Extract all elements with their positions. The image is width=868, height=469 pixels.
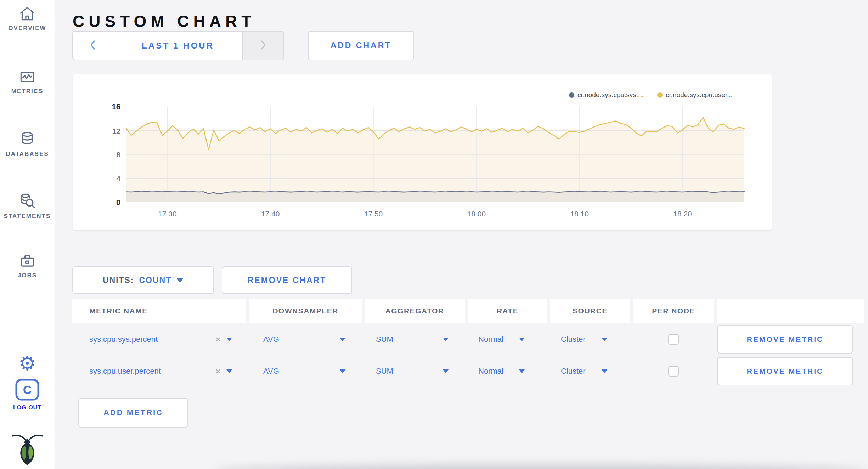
logout-button[interactable]: C LOG OUT [0, 378, 55, 411]
table-row-1-aggregator-select[interactable]: SUM [365, 323, 465, 355]
custom-chart-page: OVERVIEW METRICS DATABASES [0, 0, 868, 469]
sidebar-item-label: STATEMENTS [0, 213, 55, 220]
sidebar-item-overview[interactable]: OVERVIEW [0, 5, 55, 32]
time-range-value[interactable]: LAST 1 HOUR [113, 32, 242, 60]
settings-button[interactable]: ⚙ [0, 354, 55, 373]
cockroach-bug-logo[interactable] [0, 433, 55, 468]
dropdown-caret-icon [443, 369, 449, 373]
home-icon [18, 18, 36, 24]
table-row-2-rate-select[interactable]: Normal [468, 355, 547, 387]
dropdown-caret-icon [226, 338, 232, 341]
svg-text:17:40: 17:40 [261, 210, 280, 218]
dropdown-caret-icon [226, 369, 232, 373]
jobs-icon [18, 265, 36, 271]
column-header-rate: RATE [468, 299, 547, 323]
table-row-1-source-select[interactable]: Cluster [550, 323, 630, 355]
dropdown-caret-icon [602, 369, 607, 373]
sidebar-item-statements[interactable]: STATEMENTS [0, 192, 55, 220]
dropdown-caret-icon [340, 338, 345, 341]
svg-text:18:20: 18:20 [673, 210, 692, 218]
sidebar-item-jobs[interactable]: JOBS [0, 252, 55, 279]
units-label: UNITS: [103, 276, 134, 285]
statements-icon [18, 206, 36, 212]
svg-text:18:10: 18:10 [570, 210, 589, 218]
table-row-1-actions: REMOVE METRIC [717, 323, 864, 355]
sidebar-item-databases[interactable]: DATABASES [0, 130, 55, 158]
sidebar-item-label: DATABASES [0, 151, 55, 158]
rate-value: Normal [478, 335, 503, 344]
per-node-checkbox[interactable] [668, 366, 679, 377]
time-range-next-button[interactable] [242, 32, 283, 60]
source-value: Cluster [561, 367, 586, 376]
cockroach-c-logo-icon: C [15, 396, 40, 402]
chevron-right-icon [259, 39, 267, 52]
svg-text:C: C [23, 383, 32, 396]
database-icon [18, 143, 36, 149]
sidebar-item-metrics[interactable]: METRICS [0, 68, 55, 95]
metrics-icon [18, 81, 36, 87]
time-range-prev-button[interactable] [73, 32, 113, 60]
sidebar-item-label: OVERVIEW [0, 25, 55, 32]
units-value: COUNT [139, 276, 171, 285]
metrics-table: METRIC NAME DOWNSAMPLER AGGREGATOR RATE … [72, 299, 864, 387]
add-metric-button[interactable]: ADD METRIC [78, 398, 188, 428]
column-header-per-node: PER NODE [633, 299, 714, 323]
table-row-1-per-node-cell [633, 323, 714, 355]
svg-text:17:30: 17:30 [158, 210, 177, 218]
page-title: CUSTOM CHART [73, 12, 255, 31]
logout-label: LOG OUT [0, 405, 55, 411]
column-header-source: SOURCE [550, 299, 630, 323]
downsampler-value: AVG [263, 335, 279, 344]
table-row-2-aggregator-select[interactable]: SUM [365, 355, 465, 387]
clear-metric-icon[interactable]: × [215, 367, 221, 376]
aggregator-value: SUM [376, 335, 393, 344]
chevron-left-icon [89, 39, 97, 52]
clear-metric-icon[interactable]: × [215, 335, 221, 344]
dropdown-caret-icon [176, 278, 184, 283]
chart-card: cr.node.sys.cpu.sys.... cr.node.sys.cpu.… [73, 74, 772, 231]
dropdown-caret-icon [340, 369, 345, 373]
table-row-2-actions: REMOVE METRIC [717, 355, 864, 387]
dropdown-caret-icon [519, 369, 525, 373]
remove-metric-button[interactable]: REMOVE METRIC [717, 325, 853, 354]
svg-text:12: 12 [112, 127, 120, 135]
svg-text:18:00: 18:00 [467, 210, 486, 218]
column-header-downsampler: DOWNSAMPLER [249, 299, 362, 323]
time-range-selector: LAST 1 HOUR [72, 31, 284, 60]
svg-text:4: 4 [116, 175, 120, 183]
metric-name-value: sys.cpu.sys.percent [89, 335, 158, 344]
sidebar-item-label: METRICS [0, 88, 55, 95]
column-header-aggregator: AGGREGATOR [365, 299, 465, 323]
table-row-2-metric-select[interactable]: sys.cpu.user.percent × [72, 355, 246, 387]
sidebar-item-label: JOBS [0, 272, 55, 279]
dropdown-caret-icon [519, 338, 525, 341]
svg-text:8: 8 [116, 151, 120, 159]
downsampler-value: AVG [263, 367, 279, 376]
column-header-metric-name: METRIC NAME [72, 299, 246, 323]
table-row-2-downsampler-select[interactable]: AVG [249, 355, 362, 387]
timeseries-chart: 048121617:3017:4017:5018:0018:1018:20 [73, 74, 772, 230]
column-header-actions [717, 299, 864, 323]
per-node-checkbox[interactable] [668, 334, 679, 345]
table-row-1-rate-select[interactable]: Normal [468, 323, 547, 355]
dropdown-caret-icon [602, 338, 607, 341]
sidebar: OVERVIEW METRICS DATABASES [0, 0, 55, 469]
table-row-1-downsampler-select[interactable]: AVG [249, 323, 362, 355]
svg-text:17:50: 17:50 [364, 210, 383, 218]
svg-text:0: 0 [116, 198, 120, 207]
table-row-2-source-select[interactable]: Cluster [550, 355, 630, 387]
add-chart-button[interactable]: ADD CHART [308, 31, 414, 60]
aggregator-value: SUM [376, 367, 393, 376]
rate-value: Normal [478, 367, 503, 376]
units-dropdown[interactable]: UNITS: COUNT [72, 266, 214, 294]
table-row-1-metric-select[interactable]: sys.cpu.sys.percent × [72, 323, 246, 355]
dropdown-caret-icon [443, 338, 449, 341]
svg-text:16: 16 [112, 102, 120, 111]
cockroach-bug-icon [10, 461, 44, 467]
remove-metric-button[interactable]: REMOVE METRIC [717, 357, 853, 385]
remove-chart-button[interactable]: REMOVE CHART [222, 266, 352, 294]
source-value: Cluster [561, 335, 586, 344]
metric-name-value: sys.cpu.user.percent [89, 367, 161, 376]
gear-icon: ⚙ [18, 352, 36, 374]
table-row-2-per-node-cell [633, 355, 714, 387]
